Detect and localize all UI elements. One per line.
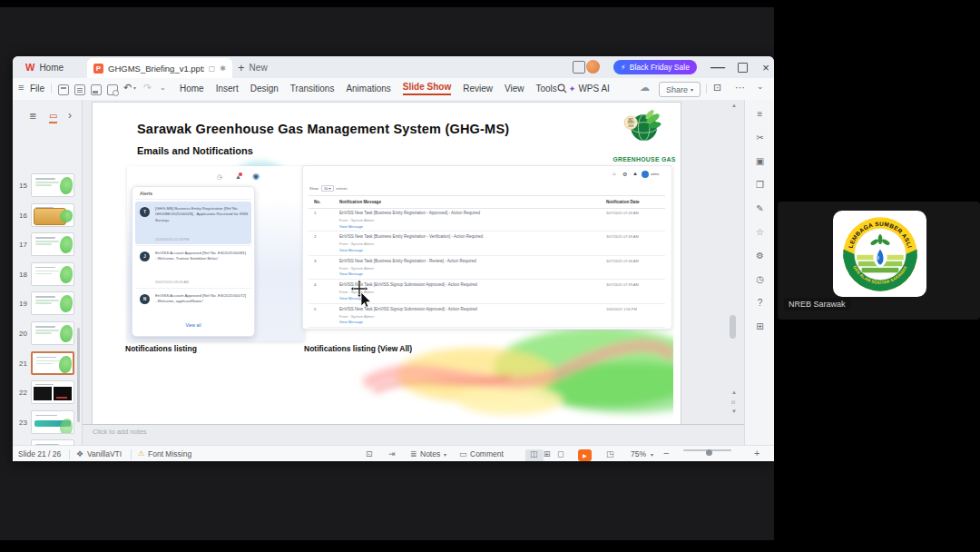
history-icon[interactable]: ◷ — [745, 274, 774, 284]
menu-review[interactable]: Review — [463, 84, 493, 94]
outline-view-icon[interactable]: ≣ — [29, 111, 36, 121]
save-icon[interactable] — [58, 84, 69, 95]
apps-icon[interactable]: ⊞ — [745, 321, 774, 331]
layout-icon[interactable]: ▣ — [745, 156, 774, 166]
row-date: 30/7/2025 07:39 AM — [606, 282, 639, 287]
account-icon: ◉ — [252, 172, 260, 181]
menu-design[interactable]: Design — [250, 84, 279, 94]
slide-thumbnail-19[interactable] — [31, 291, 74, 315]
alert-item[interactable]: JEnVISS Account Approved [Ref No. ES/202… — [135, 246, 251, 287]
zoom-in-icon[interactable]: + — [754, 448, 760, 458]
nreb-logo: LEMBAGA SUMBER ASLI DAN ALAM SEKITAR SAR… — [841, 215, 919, 293]
menu-home[interactable]: Home — [180, 84, 204, 94]
alert-item[interactable]: NEnVISS Account Approved [Ref No. ES/202… — [135, 289, 251, 320]
slide-thumbnail-21[interactable] — [31, 351, 74, 375]
menu-insert[interactable]: Insert — [216, 84, 239, 94]
more-options-icon[interactable]: ⋯ — [735, 82, 745, 94]
slide-indicator: Slide 21 / 26 — [18, 449, 61, 458]
participant-tile[interactable]: LEMBAGA SUMBER ASLI DAN ALAM SEKITAR SAR… — [778, 202, 980, 320]
slide-page[interactable]: Sarawak Greenhouse Gas Management System… — [93, 103, 681, 424]
menu-icon[interactable]: ≡ — [745, 109, 774, 119]
cut-icon[interactable]: ✂ — [745, 133, 774, 143]
panel-scrollbar[interactable] — [77, 328, 80, 422]
maximize-button[interactable] — [731, 56, 753, 78]
user-avatar[interactable] — [586, 60, 600, 74]
next-slide-icon[interactable]: ▼ — [731, 409, 737, 414]
hamburger-icon[interactable]: ≡ — [18, 82, 24, 93]
printer-icon[interactable] — [91, 84, 102, 95]
window-stack-icon[interactable] — [573, 61, 585, 74]
menu-animations[interactable]: Animations — [346, 84, 390, 94]
slide-nav-icon[interactable]: ⊡ — [731, 399, 735, 405]
help-icon[interactable]: ? — [745, 298, 774, 308]
slide-thumbnail-16[interactable] — [31, 203, 74, 227]
tab-window-icon[interactable]: ▢ — [209, 64, 216, 73]
menu-slide-show[interactable]: Slide Show — [403, 82, 451, 95]
menu-transitions[interactable]: Transitions — [290, 84, 335, 94]
menu-wps-ai[interactable]: ✦WPS AI — [569, 84, 610, 94]
notes-placeholder[interactable]: Click to add notes — [93, 428, 147, 436]
fullscreen-icon[interactable]: ◳ — [606, 449, 614, 458]
redo-icon[interactable]: ↷ — [143, 82, 152, 94]
zoom-level[interactable]: 75% — [631, 449, 646, 458]
close-button[interactable]: × — [755, 56, 774, 78]
notes-dropdown-icon[interactable]: ▾ — [444, 451, 446, 458]
alert-item[interactable]: T[GHG-MS] Business Entity Registration [… — [135, 202, 251, 244]
menu-view[interactable]: View — [505, 84, 524, 94]
slide-thumbnail-23[interactable] — [31, 410, 74, 434]
view-message-link[interactable]: View Message — [339, 271, 363, 276]
view-message-link[interactable]: View Message — [339, 320, 363, 324]
slide-thumbnail-17[interactable] — [31, 232, 74, 256]
bell-icon: ▲ — [632, 171, 638, 176]
menu-tools[interactable]: Tools — [536, 84, 557, 94]
cloud-sync-icon[interactable]: ☁ — [640, 82, 650, 94]
tab-document[interactable]: P GHGMS_Briefing_v1.pptx ▢ ✱ — [87, 58, 232, 78]
normal-view-icon[interactable]: ◫ — [530, 449, 538, 458]
print-preview-icon[interactable] — [107, 84, 118, 95]
slideshow-play-button[interactable]: ▶ — [578, 449, 592, 461]
search-icon[interactable] — [557, 84, 567, 94]
comment-button[interactable]: Comment — [470, 449, 504, 458]
slide-size-icon[interactable]: ⊡ — [366, 449, 373, 458]
file-menu[interactable]: File — [30, 84, 44, 94]
slide-thumbnail-18[interactable] — [31, 262, 74, 286]
favorite-icon[interactable]: ☆ — [745, 227, 774, 237]
vertical-scrollbar[interactable] — [730, 315, 736, 339]
comment-icon[interactable]: ▭ — [459, 449, 467, 458]
minimize-button[interactable]: — — [707, 56, 729, 78]
slide-thumbnail-20[interactable] — [31, 321, 74, 345]
view-message-link[interactable]: View Message — [339, 248, 363, 252]
show-entries-control: Show 10 ▾ entries — [309, 185, 348, 192]
undo-dropdown-icon[interactable]: ▾ — [133, 84, 136, 91]
notes-button[interactable]: Notes — [420, 449, 440, 458]
scroll-up-icon[interactable]: ▲ — [731, 103, 737, 108]
slide-view-icon[interactable]: ▭ — [49, 111, 57, 123]
toolbar-more-icon[interactable]: ⌄ — [160, 84, 166, 92]
handout-icon[interactable]: ⇥ — [388, 449, 396, 458]
slide-thumbnail-22[interactable] — [31, 380, 74, 404]
copy-icon[interactable]: ❐ — [745, 180, 774, 190]
notes-divider — [83, 424, 744, 425]
theme-name[interactable]: VanillaVTI — [87, 449, 122, 458]
print-icon[interactable] — [74, 84, 85, 95]
new-tab-button[interactable]: + New — [238, 58, 268, 76]
slide-thumbnail-15[interactable] — [31, 173, 74, 197]
zoom-dropdown-icon[interactable]: ▾ — [651, 451, 653, 458]
reading-view-icon[interactable]: ◻ — [557, 449, 564, 458]
promo-button[interactable]: ⚡ Black Friday Sale — [613, 60, 697, 74]
undo-icon[interactable]: ↶ — [123, 82, 132, 94]
comment-icon[interactable]: ✎ — [745, 203, 774, 213]
settings-icon[interactable]: ⚙ — [745, 251, 774, 261]
tab-home[interactable]: W Home — [18, 58, 71, 76]
share-button[interactable]: Share ▾ — [659, 82, 701, 97]
slide-sorter-icon[interactable]: ⊞ — [544, 449, 551, 458]
panel-toggle-icon[interactable]: ⊡ — [713, 82, 721, 94]
view-message-link[interactable]: View Message — [339, 224, 363, 229]
previous-slide-icon[interactable]: ▲ — [731, 389, 737, 395]
font-missing-label[interactable]: Font Missing — [148, 449, 191, 458]
zoom-slider-knob[interactable] — [706, 449, 712, 456]
zoom-out-icon[interactable]: − — [663, 448, 669, 458]
collapse-ribbon-icon[interactable]: ⌄ — [757, 82, 764, 91]
notes-icon[interactable]: ≣ — [410, 449, 417, 458]
panel-collapse-icon[interactable]: › — [68, 109, 72, 122]
